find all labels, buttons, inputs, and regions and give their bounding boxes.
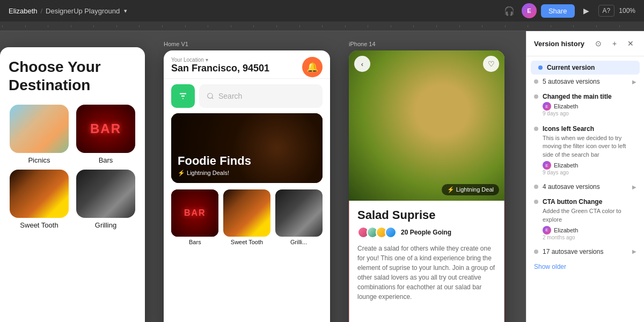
picnics-image	[10, 105, 69, 153]
autosave-dot-2	[534, 185, 538, 189]
version-user-2: Elizabeth	[554, 162, 578, 169]
version-user-cta: Elizabeth	[554, 227, 578, 233]
version-user-row-1: E Elizabeth	[543, 102, 636, 111]
choose-title: Choose Your Destination	[9, 58, 136, 94]
breadcrumb-separator: /	[40, 7, 42, 15]
grilling-label: Grilling	[95, 221, 116, 229]
version-user-row-cta: E Elizabeth	[543, 226, 636, 235]
version-time-cta: 2 months ago	[543, 235, 636, 240]
search-icon	[207, 92, 214, 100]
current-version-dot	[538, 65, 543, 70]
autosave-label-3: 17 autosave versions	[543, 248, 628, 255]
picnics-label: Picnics	[28, 156, 50, 164]
bottom-item-sweet[interactable]: Sweet Tooth	[223, 189, 271, 245]
version-user-row-2: E Elizabeth	[543, 161, 636, 170]
salad-image: ‹ ♡ ⚡ Lightning Deal	[349, 50, 504, 201]
bottom-grid: BAR Bars Sweet Tooth Grilli...	[164, 189, 330, 245]
username-label: Elizabeth	[9, 7, 37, 15]
autosave-arrow-1: ▶	[632, 79, 636, 85]
filter-icon	[178, 91, 188, 101]
bottom-bars-label: Bars	[189, 239, 201, 245]
version-time-2: 9 days ago	[543, 170, 636, 175]
location-label: Your Location ▾	[171, 57, 323, 63]
svg-line-4	[212, 98, 214, 99]
show-older-link[interactable]: Show older	[526, 259, 644, 275]
version-desc-2: This is when we decided to try moving th…	[543, 134, 636, 159]
avatar-4	[385, 226, 397, 238]
autosave-row-3[interactable]: 17 autosave versions ▶	[526, 245, 644, 259]
version-dot-1	[534, 94, 538, 99]
filter-button[interactable]	[171, 84, 195, 108]
current-version-row[interactable]: Current version	[531, 61, 640, 75]
panel-add-icon[interactable]: +	[609, 38, 620, 49]
panel-title: Version history	[534, 40, 588, 48]
bottom-item-grill[interactable]: Grilli...	[275, 189, 323, 245]
version-dot-2	[534, 127, 538, 131]
version-user-avatar-cta: E	[543, 226, 551, 235]
salad-image-overlay	[349, 50, 504, 201]
topbar-left: Elizabeth / DesignerUp Playground ▾	[9, 7, 127, 15]
canvas[interactable]: Choose Your Destination Picnics BAR Bars	[0, 31, 526, 322]
share-button[interactable]: Share	[541, 4, 575, 18]
frame-left: Choose Your Destination Picnics BAR Bars	[0, 47, 145, 322]
going-count: 20 People Going	[401, 229, 451, 236]
attendee-avatars	[357, 226, 397, 238]
headphones-icon[interactable]: 🎧	[501, 3, 517, 19]
version-entry-2[interactable]: Icons left Search This is when we decide…	[526, 121, 644, 180]
bottom-item-bars[interactable]: BAR Bars	[171, 189, 219, 245]
autosave-row-2[interactable]: 4 autosave versions ▶	[526, 180, 644, 194]
panel-body: Current version 5 autosave versions ▶ Ch…	[526, 56, 644, 322]
ruler: -5600 -5550 -5500 -5450 -5400 -5350 -530…	[0, 21, 644, 31]
grid-item-picnics[interactable]: Picnics	[9, 105, 70, 164]
autosave-dot-1	[534, 79, 538, 84]
autosave-row-1[interactable]: 5 autosave versions ▶	[526, 75, 644, 89]
notification-button[interactable]: 🔔	[302, 57, 323, 77]
bottom-bars-image: BAR	[171, 189, 218, 237]
grid-item-grilling[interactable]: Grilling	[75, 170, 136, 229]
ai-button[interactable]: A?	[598, 5, 615, 17]
bars-label: Bars	[99, 156, 113, 164]
version-time-1: 9 days ago	[543, 111, 636, 116]
banner-title: Foodie Finds	[178, 155, 316, 167]
location-value: San Francisco, 94501	[171, 63, 323, 74]
salad-content: Salad Suprise 20 People Going Create a s…	[349, 201, 504, 309]
version-entry-1[interactable]: Changed the main title E Elizabeth 9 day…	[526, 89, 644, 121]
salad-title: Salad Suprise	[357, 208, 496, 222]
version-info-2: Icons left Search This is when we decide…	[543, 125, 636, 175]
version-entry-cta[interactable]: CTA button Change Added the Green CTA co…	[526, 194, 644, 245]
lightning-deal-badge: ⚡ Lightning Deal	[442, 184, 499, 195]
version-user-avatar-1: E	[543, 102, 551, 111]
back-button[interactable]: ‹	[354, 56, 370, 72]
autosave-label-2: 4 autosave versions	[543, 183, 628, 191]
ruler-content: -5600 -5550 -5500 -5450 -5400 -5350 -530…	[2, 25, 642, 27]
search-input[interactable]: Search	[199, 84, 323, 108]
bars-image: BAR	[76, 105, 135, 153]
version-dot-cta	[534, 200, 538, 204]
banner-overlay: Foodie Finds ⚡ Lightning Deals!	[171, 113, 323, 183]
chevron-down-icon[interactable]: ▾	[124, 8, 127, 14]
main-area: Choose Your Destination Picnics BAR Bars	[0, 31, 644, 322]
grilling-image	[76, 170, 135, 218]
category-grid: Picnics BAR Bars Sweet Tooth	[9, 105, 136, 229]
foodie-banner[interactable]: Foodie Finds ⚡ Lightning Deals!	[171, 113, 323, 183]
frame-mid: Your Location ▾ San Francisco, 94501 🔔	[164, 50, 330, 322]
version-info-cta: CTA button Change Added the Green CTA co…	[543, 198, 636, 240]
autosave-dot-3	[534, 250, 538, 254]
play-button[interactable]: ▶	[579, 3, 594, 18]
favorite-button[interactable]: ♡	[483, 56, 499, 72]
version-panel: Version history ⊙ + ✕ Current version 5 …	[526, 31, 644, 322]
grid-item-sweet[interactable]: Sweet Tooth	[9, 170, 70, 229]
sweet-label: Sweet Tooth	[20, 221, 58, 229]
panel-header: Version history ⊙ + ✕	[526, 31, 644, 56]
version-desc-cta: Added the Green CTA color to explore	[543, 207, 636, 224]
panel-settings-icon[interactable]: ⊙	[592, 38, 604, 49]
search-placeholder: Search	[218, 92, 242, 100]
version-name-2: Icons left Search	[543, 125, 636, 133]
search-bar: Search	[171, 84, 323, 108]
grid-item-bars[interactable]: BAR Bars	[75, 105, 136, 164]
sweet-image	[10, 170, 69, 218]
user-avatar[interactable]: E	[522, 3, 537, 18]
autosave-label-1: 5 autosave versions	[543, 78, 628, 85]
panel-close-icon[interactable]: ✕	[625, 38, 636, 49]
going-row: 20 People Going	[357, 226, 496, 238]
